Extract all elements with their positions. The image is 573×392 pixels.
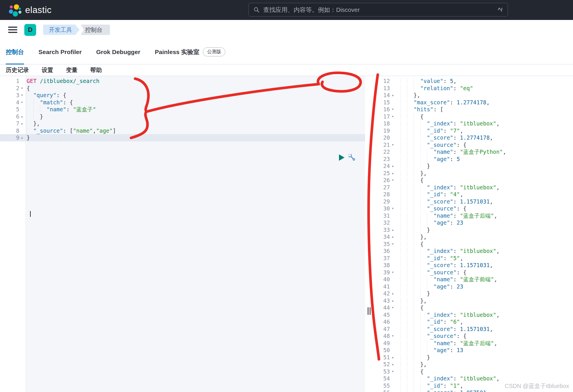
code-line-1[interactable]: 1GET /itbluebox/_search (0, 77, 365, 85)
code-line-37: 37 "_id": "5", (375, 255, 573, 262)
fold-toggle-icon[interactable]: ▴ (390, 170, 396, 177)
fold-toggle-icon[interactable]: ▴ (390, 290, 396, 297)
code-text: } (25, 134, 30, 141)
fold-spacer (390, 276, 396, 283)
code-line-8[interactable]: 8 "_source": ["name","age"] (0, 127, 365, 134)
fold-toggle-icon[interactable]: ▾ (390, 205, 396, 212)
code-line-31: 31 "name": "蓝盒子后端", (375, 212, 573, 219)
gutter: 1 (0, 77, 25, 85)
fold-toggle-icon[interactable]: ▾ (19, 99, 25, 106)
fold-toggle-icon[interactable]: ▾ (390, 106, 396, 113)
menu-help[interactable]: 帮助 (90, 66, 102, 74)
gutter: 44▾ (375, 304, 396, 311)
code-line-6[interactable]: 6▴ } (0, 113, 365, 120)
line-number: 6 (0, 113, 19, 120)
fold-toggle-icon[interactable]: ▾ (19, 85, 25, 92)
gutter: 6▴ (0, 113, 25, 120)
fold-spacer (19, 127, 25, 134)
code-line-34: 34▴ }, (375, 233, 573, 241)
fold-toggle-icon[interactable]: ▾ (19, 92, 25, 99)
code-text: } (396, 290, 430, 297)
menu-icon[interactable] (8, 25, 17, 34)
dev-tools-app-icon[interactable]: D (24, 24, 36, 36)
line-number: 38 (375, 262, 390, 269)
fold-spacer (390, 340, 396, 347)
fold-toggle-icon[interactable]: ▴ (390, 361, 396, 368)
brand[interactable]: elastic (0, 3, 51, 17)
line-number: 23 (375, 156, 390, 163)
fold-spacer (390, 318, 396, 326)
menu-variables[interactable]: 变量 (66, 66, 78, 74)
menu-settings[interactable]: 设置 (42, 66, 53, 74)
line-number: 55 (375, 382, 390, 389)
breadcrumb-dev-tools[interactable]: 开发工具 (43, 25, 80, 35)
gutter: 38 (375, 262, 396, 269)
fold-toggle-icon[interactable]: ▾ (390, 241, 396, 248)
fold-toggle-icon[interactable]: ▴ (390, 92, 396, 99)
line-number: 42 (375, 290, 390, 297)
fold-toggle-icon[interactable]: ▾ (390, 113, 396, 120)
fold-toggle-icon[interactable]: ▾ (390, 269, 396, 276)
search-input[interactable] (263, 6, 494, 13)
code-text: "_score": 1.1571031, (396, 262, 493, 269)
fold-toggle-icon[interactable]: ▴ (390, 297, 396, 304)
line-number: 35 (375, 241, 390, 248)
fold-spacer (390, 77, 396, 85)
fold-toggle-icon[interactable]: ▴ (390, 226, 396, 234)
gutter: 39▾ (375, 269, 396, 276)
code-line-3[interactable]: 3▾ "query": { (0, 92, 365, 99)
tab-grok-debugger[interactable]: Grok Debugger (96, 40, 140, 64)
code-line-4[interactable]: 4▾ "match": { (0, 99, 365, 106)
line-number: 19 (375, 127, 390, 134)
gutter: 8 (0, 127, 25, 134)
code-line-9[interactable]: 9▴} (0, 134, 365, 141)
code-line-28: 28 "_id": "4", (375, 191, 573, 198)
gutter: 9▴ (0, 134, 25, 141)
fold-toggle-icon[interactable]: ▾ (390, 332, 396, 340)
code-text: { (396, 304, 423, 311)
fold-spacer (390, 262, 396, 269)
tab-console[interactable]: 控制台 (6, 40, 24, 64)
code-text: "hits": [ (396, 106, 443, 113)
fold-toggle-icon[interactable]: ▾ (390, 368, 396, 375)
code-line-20: 20 "_score": 1.2774178, (375, 134, 573, 141)
global-search[interactable]: ^/ (248, 3, 508, 16)
code-line-2[interactable]: 2▾{ (0, 85, 365, 92)
panel-resize-handle[interactable] (367, 307, 371, 316)
code-text: }, (396, 170, 427, 177)
fold-toggle-icon[interactable]: ▴ (19, 134, 25, 141)
gutter: 14▴ (375, 92, 396, 99)
menu-history[interactable]: 历史记录 (6, 66, 29, 74)
gutter: 32 (375, 219, 396, 226)
code-text: } (25, 113, 43, 120)
fold-spacer (390, 326, 396, 333)
code-line-35: 35▾ { (375, 241, 573, 248)
tab-search-profiler[interactable]: Search Profiler (38, 40, 82, 64)
request-editor[interactable]: 1GET /itbluebox/_search2▾{3▾ "query": {4… (0, 76, 365, 392)
line-number: 46 (375, 318, 390, 326)
wrench-icon[interactable] (349, 154, 355, 161)
fold-toggle-icon[interactable]: ▾ (390, 304, 396, 311)
fold-toggle-icon[interactable]: ▴ (19, 113, 25, 120)
fold-toggle-icon[interactable]: ▴ (390, 162, 396, 170)
fold-toggle-icon[interactable]: ▾ (390, 177, 396, 184)
fold-toggle-icon[interactable]: ▴ (390, 233, 396, 241)
fold-spacer (390, 382, 396, 389)
code-line-5[interactable]: 5 "name": "蓝盒子" (0, 106, 365, 113)
line-number: 25 (375, 170, 390, 177)
line-number: 48 (375, 332, 390, 340)
code-line-7[interactable]: 7▴ }, (0, 120, 365, 127)
fold-toggle-icon[interactable]: ▴ (390, 354, 396, 361)
code-text: "name": "蓝盒子前端", (396, 276, 497, 283)
code-line-40: 40 "name": "蓝盒子前端", (375, 276, 573, 283)
code-text: { (396, 241, 423, 248)
send-request-button[interactable] (339, 154, 344, 161)
gutter: 3▾ (0, 92, 25, 99)
code-line-14: 14▴ }, (375, 92, 573, 99)
tab-painless-lab[interactable]: Painless 实验室 公测版 (155, 40, 225, 64)
breadcrumb-console: 控制台 (76, 25, 110, 35)
fold-toggle-icon[interactable]: ▴ (19, 120, 25, 127)
code-text: { (25, 85, 30, 92)
code-line-32: 32 "age": 23 (375, 219, 573, 226)
fold-toggle-icon[interactable]: ▾ (390, 141, 396, 149)
